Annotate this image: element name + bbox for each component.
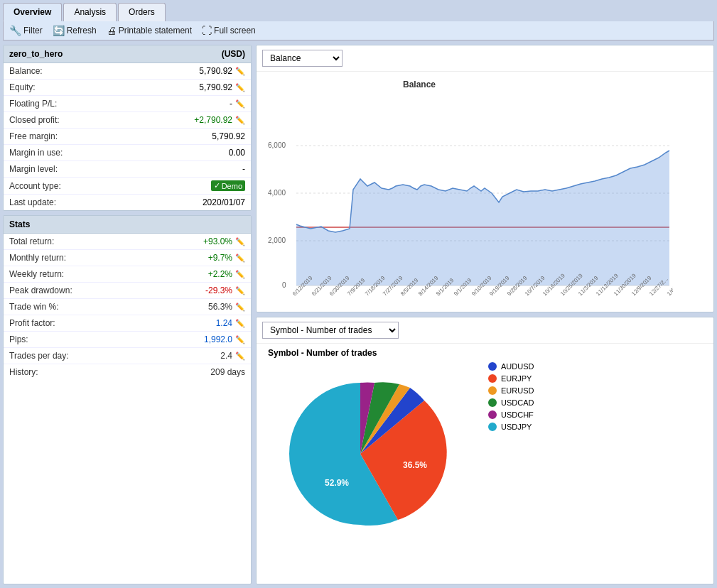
trades-per-day-edit-icon[interactable]: ✏️ (235, 352, 245, 361)
pips-value-group: 1,992.0 ✏️ (204, 334, 245, 344)
margininuse-value: 0.00 (229, 148, 245, 158)
legend-item-audusd: AUDUSD (488, 362, 534, 371)
freemargin-label: Free margin: (9, 131, 58, 141)
printable-button[interactable]: 🖨 Printable statement (107, 25, 192, 36)
pie-title: Symbol - Number of trades (268, 348, 474, 358)
pie-chart-svg: 52.9% 36.5% (261, 365, 474, 543)
lastupdate-value-group: 2020/01/07 (203, 197, 245, 207)
balance-value: 5,790.92 (199, 66, 232, 76)
legend-label-usdchf: USDCHF (501, 410, 534, 419)
floating-label: Floating P/L: (9, 99, 57, 109)
weekly-return-edit-icon[interactable]: ✏️ (235, 270, 245, 279)
balance-label: Balance: (9, 66, 43, 76)
balance-value-group: 5,790.92 ✏️ (199, 66, 245, 76)
legend-dot-eurusd (488, 386, 497, 395)
total-return-edit-icon[interactable]: ✏️ (235, 237, 245, 246)
peak-drawdown-edit-icon[interactable]: ✏️ (235, 286, 245, 295)
demo-badge: ✓ Demo (211, 180, 245, 191)
peak-drawdown-value-group: -29.3% ✏️ (205, 285, 245, 295)
trade-win-value: 56.3% (208, 302, 232, 312)
printable-label: Printable statement (119, 26, 192, 36)
legend-item-eurjpy: EURJPY (488, 374, 534, 383)
peak-drawdown-row: Peak drawdown: -29.3% ✏️ (4, 283, 251, 299)
svg-text:0: 0 (282, 281, 286, 289)
svg-text:2,000: 2,000 (268, 236, 286, 244)
accounttype-label: Account type: (9, 181, 61, 191)
pie-chart-select[interactable]: Symbol - Number of trades Symbol - Volum… (262, 322, 399, 339)
content-area: zero_to_hero (USD) Balance: 5,790.92 ✏️ … (3, 45, 714, 584)
weekly-return-value: +2.2% (208, 269, 232, 279)
peak-drawdown-label: Peak drawdown: (9, 285, 72, 295)
balance-edit-icon[interactable]: ✏️ (235, 67, 245, 76)
pips-row: Pips: 1,992.0 ✏️ (4, 332, 251, 348)
balance-chart-card: Balance Equity Floating P/L Balance 0 2,… (256, 45, 714, 312)
floating-edit-icon[interactable]: ✏️ (235, 99, 245, 109)
lastupdate-row: Last update: 2020/01/07 (4, 195, 251, 210)
closed-row: Closed profit: +2,790.92 ✏️ (4, 112, 251, 129)
pie-legend: AUDUSD EURJPY EURUSD USDCAD (488, 348, 534, 431)
trade-win-edit-icon[interactable]: ✏️ (235, 303, 245, 312)
svg-text:4,000: 4,000 (268, 189, 286, 197)
svg-text:Balance: Balance (403, 80, 436, 89)
weekly-return-label: Weekly return: (9, 269, 64, 279)
tab-orders[interactable]: Orders (118, 3, 166, 21)
profit-factor-label: Profit factor: (9, 318, 55, 328)
marginlevel-value-group: - (242, 164, 245, 174)
filter-button[interactable]: 🔧 Filter (9, 25, 43, 36)
legend-item-usdchf: USDCHF (488, 410, 534, 419)
print-icon: 🖨 (107, 25, 117, 36)
filter-icon: 🔧 (9, 25, 21, 36)
history-value: 209 days (210, 367, 245, 377)
pips-label: Pips: (9, 334, 28, 344)
account-body: Balance: 5,790.92 ✏️ Equity: 5,790.92 ✏️ (4, 63, 251, 210)
tab-overview[interactable]: Overview (3, 3, 62, 21)
total-return-value-group: +93.0% ✏️ (203, 236, 245, 246)
profit-factor-value-group: 1.24 ✏️ (216, 318, 245, 328)
floating-value: - (230, 99, 232, 109)
margininuse-value-group: 0.00 (229, 148, 245, 158)
balance-chart-svg: Balance 0 2,000 4,000 6,000 (261, 76, 673, 303)
fullscreen-button[interactable]: ⛶ Full screen (202, 25, 256, 36)
tab-analysis[interactable]: Analysis (63, 3, 117, 21)
filter-label: Filter (23, 26, 43, 36)
closed-label: Closed profit: (9, 115, 60, 125)
trades-per-day-label: Trades per day: (9, 351, 69, 361)
lastupdate-value: 2020/01/07 (203, 197, 245, 207)
balance-chart-select[interactable]: Balance Equity Floating P/L (262, 50, 343, 67)
pie-chart-card: Symbol - Number of trades Symbol - Volum… (256, 317, 714, 584)
balance-row: Balance: 5,790.92 ✏️ (4, 63, 251, 80)
balance-chart-header: Balance Equity Floating P/L (257, 45, 713, 72)
closed-value: +2,790.92 (194, 115, 232, 125)
refresh-button[interactable]: 🔄 Refresh (53, 25, 97, 36)
profit-factor-edit-icon[interactable]: ✏️ (235, 319, 245, 328)
marginlevel-row: Margin level: - (4, 161, 251, 178)
weekly-return-value-group: +2.2% ✏️ (208, 269, 245, 279)
total-return-value: +93.0% (203, 236, 232, 246)
equity-edit-icon[interactable]: ✏️ (235, 83, 245, 92)
monthly-return-row: Monthly return: +9.7% ✏️ (4, 250, 251, 266)
floating-row: Floating P/L: - ✏️ (4, 96, 251, 112)
fullscreen-icon: ⛶ (202, 25, 212, 36)
monthly-return-edit-icon[interactable]: ✏️ (235, 254, 245, 263)
peak-drawdown-value: -29.3% (205, 285, 232, 295)
pips-edit-icon[interactable]: ✏️ (235, 335, 245, 344)
marginlevel-label: Margin level: (9, 164, 58, 174)
legend-dot-usdchf (488, 410, 497, 419)
history-label: History: (9, 367, 38, 377)
monthly-return-value-group: +9.7% ✏️ (208, 253, 245, 263)
fullscreen-label: Full screen (214, 26, 256, 36)
profit-factor-value: 1.24 (216, 318, 232, 328)
freemargin-value-group: 5,790.92 (212, 131, 245, 141)
legend-dot-eurjpy (488, 374, 497, 383)
legend-label-eurusd: EURUSD (501, 386, 534, 395)
equity-value-group: 5,790.92 ✏️ (199, 82, 245, 92)
marginlevel-value: - (242, 164, 245, 174)
stats-body: Total return: +93.0% ✏️ Monthly return: … (4, 234, 251, 380)
legend-dot-usdcad (488, 398, 497, 407)
account-card: zero_to_hero (USD) Balance: 5,790.92 ✏️ … (3, 45, 252, 211)
closed-edit-icon[interactable]: ✏️ (235, 116, 245, 125)
legend-label-audusd: AUDUSD (501, 362, 534, 371)
floating-value-group: - ✏️ (230, 99, 245, 109)
profit-factor-row: Profit factor: 1.24 ✏️ (4, 315, 251, 332)
equity-label: Equity: (9, 82, 36, 92)
